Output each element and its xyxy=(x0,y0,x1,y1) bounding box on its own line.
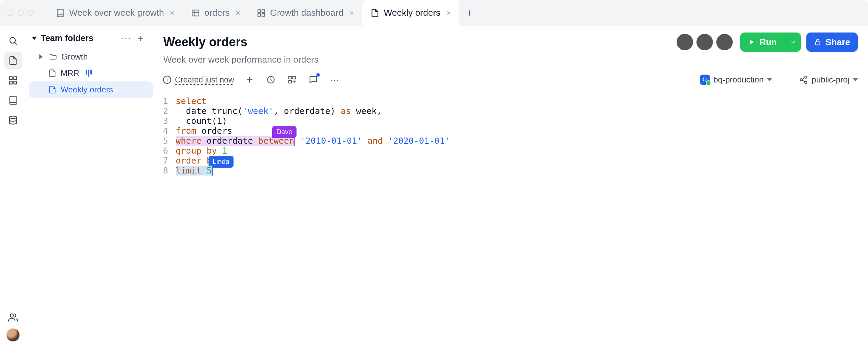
code-token xyxy=(295,136,300,146)
share-label: Share xyxy=(826,37,850,48)
share-button[interactable]: Share xyxy=(806,33,858,52)
sidebar-item-weekly-orders[interactable]: Weekly orders xyxy=(29,81,153,98)
svg-rect-7 xyxy=(14,77,16,80)
file-icon xyxy=(370,9,379,17)
code-token: count(1) xyxy=(176,116,227,126)
svg-rect-2 xyxy=(262,10,265,12)
history-button[interactable] xyxy=(265,74,277,86)
comments-button[interactable] xyxy=(307,74,319,86)
svg-rect-15 xyxy=(289,76,291,79)
tab-growth-dashboard[interactable]: Growth dashboard × xyxy=(249,0,362,26)
user-avatar[interactable] xyxy=(7,328,20,341)
grid-icon xyxy=(257,9,266,17)
code-token: select xyxy=(176,96,206,106)
code-token: and xyxy=(362,136,388,146)
code-token: date_trunc( xyxy=(176,106,243,116)
file-icon xyxy=(48,69,56,77)
created-meta[interactable]: Created just now xyxy=(163,75,234,85)
svg-point-11 xyxy=(10,314,13,317)
tab-label: orders xyxy=(204,8,230,18)
info-icon xyxy=(163,75,172,84)
svg-point-10 xyxy=(10,116,17,118)
project-selector[interactable]: public-proj xyxy=(799,75,858,85)
line-number: 3 xyxy=(153,116,176,126)
add-folder-button[interactable]: + xyxy=(134,33,147,44)
code-token: 1 xyxy=(217,146,227,156)
code-token: as xyxy=(341,106,351,116)
more-button[interactable]: ⋯ xyxy=(118,33,134,44)
add-block-button[interactable] xyxy=(286,74,298,86)
run-button[interactable]: Run xyxy=(740,33,786,52)
comment-icon xyxy=(309,75,318,84)
sidebar-item-mrr[interactable]: MRR xyxy=(29,65,153,81)
folder-icon xyxy=(49,53,57,61)
tab-bar: Week over week growth × orders × Growth … xyxy=(48,0,480,26)
search-icon xyxy=(8,36,18,46)
clock-icon xyxy=(266,75,275,84)
svg-point-18 xyxy=(703,78,706,81)
tab-weekly-orders[interactable]: Weekly orders × xyxy=(362,0,460,26)
lock-icon xyxy=(814,38,821,46)
code-token: , orderdate) xyxy=(274,106,341,116)
tab-orders[interactable]: orders × xyxy=(183,0,249,26)
files-button[interactable] xyxy=(4,52,22,69)
svg-rect-1 xyxy=(258,10,261,12)
play-icon xyxy=(748,38,755,46)
line-number: 1 xyxy=(153,96,176,106)
connection-selector[interactable]: bq-production xyxy=(700,75,772,85)
sidebar-item-growth[interactable]: Growth xyxy=(29,49,153,65)
page-title[interactable]: Weekly orders xyxy=(163,35,247,49)
line-number: 2 xyxy=(153,106,176,116)
code-token: 5 xyxy=(201,166,212,176)
table-icon xyxy=(191,9,200,17)
svg-rect-17 xyxy=(293,76,295,79)
grid-icon xyxy=(8,76,18,85)
sidebar-header: Team folders ⋯ + xyxy=(26,30,153,49)
close-icon[interactable]: × xyxy=(446,9,451,17)
tab-week-over-week[interactable]: Week over week growth × xyxy=(48,0,183,26)
created-text: Created just now xyxy=(175,75,234,85)
plus-icon xyxy=(465,9,474,17)
tab-label: Weekly orders xyxy=(384,8,441,18)
code-token: from xyxy=(176,126,196,136)
window-controls xyxy=(8,10,34,16)
sidebar-item-label: Weekly orders xyxy=(61,85,113,94)
line-number: 6 xyxy=(153,146,176,156)
main-panel: Weekly orders Run xyxy=(153,26,868,349)
code-token: week, xyxy=(351,106,382,116)
new-tab-button[interactable] xyxy=(459,0,480,26)
chevron-right-icon xyxy=(39,54,43,59)
search-button[interactable] xyxy=(4,32,22,50)
plus-icon xyxy=(245,75,254,84)
data-button[interactable] xyxy=(4,111,22,129)
zoom-window[interactable] xyxy=(28,10,34,16)
close-icon[interactable]: × xyxy=(236,9,240,17)
code-token: limit xyxy=(176,166,201,176)
document-header: Weekly orders Run xyxy=(153,26,868,65)
avatar[interactable] xyxy=(696,34,713,50)
close-icon[interactable]: × xyxy=(349,9,354,17)
dashboards-button[interactable] xyxy=(4,72,22,89)
page-subtitle[interactable]: Week over week performance in orders xyxy=(163,54,858,65)
code-token: orders xyxy=(196,126,232,136)
avatar[interactable] xyxy=(716,34,733,50)
cursor-tag-dave: Dave xyxy=(272,126,297,138)
minimize-window[interactable] xyxy=(18,10,24,16)
team-button[interactable] xyxy=(4,309,22,326)
close-window[interactable] xyxy=(8,10,13,16)
avatar[interactable] xyxy=(677,34,693,50)
more-button[interactable]: ⋯ xyxy=(329,74,340,86)
code-token: 'week' xyxy=(243,106,274,116)
chevron-down-icon[interactable] xyxy=(32,37,37,40)
chevron-down-icon xyxy=(767,78,772,81)
run-options-button[interactable] xyxy=(786,33,801,52)
svg-rect-9 xyxy=(14,81,16,84)
close-icon[interactable]: × xyxy=(170,9,175,17)
sql-editor[interactable]: 1select 2 date_trunc('week', orderdate) … xyxy=(153,92,868,176)
share-nodes-icon xyxy=(799,75,808,84)
line-number: 4 xyxy=(153,126,176,136)
line-number: 5 xyxy=(153,136,176,146)
add-button[interactable] xyxy=(244,74,255,86)
docs-button[interactable] xyxy=(4,91,22,109)
users-icon xyxy=(8,313,18,322)
